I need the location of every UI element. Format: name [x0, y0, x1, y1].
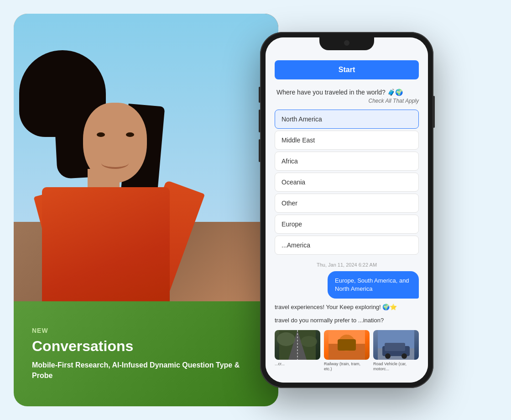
- phone-button-left-1: [259, 87, 261, 103]
- phone-mockup-wrapper: Start Where have you traveled in the wor…: [260, 32, 433, 388]
- start-button[interactable]: Start: [275, 60, 419, 79]
- new-badge: NEW: [32, 327, 260, 334]
- eye-right: [126, 132, 134, 137]
- chat-timestamp: Thu, Jan 11, 2024 6:22 AM: [275, 262, 419, 268]
- choice-oceania[interactable]: Oceania: [275, 173, 419, 192]
- chat-section: Thu, Jan 11, 2024 6:22 AM Europe, South …: [275, 262, 419, 372]
- image-label-railway: Railway (train, tram, etc.): [324, 362, 370, 372]
- image-option-railway[interactable]: Railway (train, tram, etc.): [324, 330, 370, 372]
- image-options-row: ...cr...: [275, 330, 419, 372]
- phone-button-right: [433, 96, 435, 128]
- svg-point-4: [301, 336, 317, 347]
- choice-other[interactable]: Other: [275, 194, 419, 213]
- person-head: [69, 78, 151, 178]
- svg-rect-12: [385, 343, 405, 351]
- photo-area: NEW Conversations Mobile-First Research,…: [14, 14, 278, 406]
- choice-europe[interactable]: Europe: [275, 215, 419, 234]
- feature-title: Conversations: [32, 338, 260, 355]
- svg-rect-8: [338, 339, 356, 351]
- phone-button-left-3: [259, 139, 261, 162]
- next-question-text: travel do you normally prefer to ...inat…: [275, 316, 419, 325]
- phone-camera: [344, 40, 349, 46]
- image-thumb-railway: [324, 330, 370, 360]
- green-info-bar: NEW Conversations Mobile-First Research,…: [14, 301, 278, 406]
- image-thumb-road: [275, 330, 320, 360]
- svg-point-13: [385, 353, 391, 359]
- phone-button-left-2: [259, 110, 261, 132]
- image-option-road-vehicle[interactable]: Road Vehicle (car, motorc...: [373, 330, 419, 372]
- choice-africa[interactable]: Africa: [275, 152, 419, 171]
- check-all-text: Check All That Apply: [275, 98, 419, 104]
- choice-america[interactable]: ...America: [275, 236, 419, 255]
- phone-notch: [319, 37, 374, 50]
- image-label-road: ...cr...: [275, 362, 320, 367]
- user-message-bubble: Europe, South America, and North America: [328, 271, 419, 299]
- choice-north-america[interactable]: North America: [275, 110, 419, 129]
- main-content: NEW Conversations Mobile-First Research,…: [14, 14, 497, 406]
- eye-left: [97, 132, 105, 137]
- screen-content: Start Where have you traveled in the wor…: [266, 37, 428, 383]
- svg-point-14: [402, 353, 407, 359]
- image-option-road[interactable]: ...cr...: [275, 330, 320, 372]
- phone-frame: Start Where have you traveled in the wor…: [260, 32, 433, 388]
- image-label-road-vehicle: Road Vehicle (car, motorc...: [373, 362, 419, 372]
- feature-subtitle: Mobile-First Research, AI-Infused Dynami…: [32, 360, 260, 381]
- page-wrapper: NEW Conversations Mobile-First Research,…: [0, 0, 511, 420]
- smile: [101, 158, 129, 169]
- svg-point-3: [277, 332, 295, 346]
- question-text: Where have you traveled in the world? 🧳🌍: [275, 89, 419, 96]
- bot-response-text: travel experiences! Your Keep exploring!…: [275, 303, 419, 311]
- phone-screen: Start Where have you traveled in the wor…: [266, 37, 428, 383]
- image-thumb-road-vehicle: [373, 330, 419, 360]
- choice-list: North America Middle East Africa Oceania…: [275, 110, 419, 255]
- choice-middle-east[interactable]: Middle East: [275, 131, 419, 150]
